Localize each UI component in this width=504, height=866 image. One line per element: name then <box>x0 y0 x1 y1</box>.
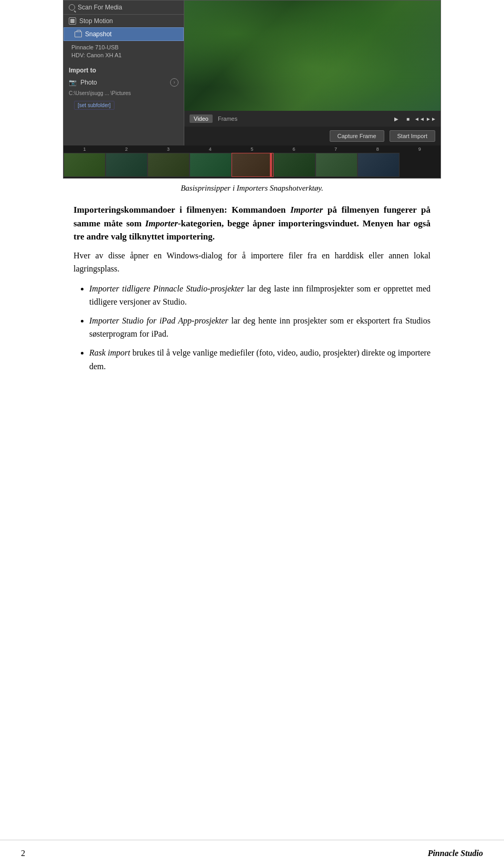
bullet-2-italic: Importer Studio for iPad App-prosjekter <box>89 316 228 325</box>
start-import-button[interactable]: Start Import <box>390 130 435 142</box>
screenshot-ui: Scan For Media Stop Motion Snapshot Pinn… <box>63 0 441 179</box>
fast-forward-button[interactable]: ►► <box>427 114 435 123</box>
screenshot-caption: Basisprinsipper i Importers Snapshotverk… <box>63 184 441 193</box>
frame-thumb-1[interactable] <box>64 153 106 177</box>
bullet-item-3: Rask import brukes til å velge vanlige m… <box>89 346 430 373</box>
footer-page-number: 2 <box>21 849 25 858</box>
device-label-2: HDV: Canon XH A1 <box>71 52 122 58</box>
filmstrip: 1 2 3 4 5 6 7 8 9 <box>64 145 440 179</box>
snapshot-item[interactable]: Snapshot <box>64 27 184 41</box>
page-footer: 2 Pinnacle Studio <box>0 840 504 866</box>
main-heading: Importeringskommandoer i filmenyen: Komm… <box>74 203 430 244</box>
bullet-1-italic: Importer tidligere Pinnacle Studio-prosj… <box>89 284 244 293</box>
frame-num-5: 5 <box>231 147 273 152</box>
bullet-list: Importer tidligere Pinnacle Studio-prosj… <box>89 282 430 373</box>
snapshot-icon <box>75 32 82 37</box>
frame-thumb-8[interactable] <box>358 153 400 177</box>
frame-thumb-3[interactable] <box>148 153 190 177</box>
frame-num-1: 1 <box>64 147 106 152</box>
filmstrip-numbers: 1 2 3 4 5 6 7 8 9 <box>64 147 440 152</box>
import-to-label: Import to <box>64 62 184 76</box>
arrow-right-icon: › <box>170 78 178 87</box>
bullet-item-1: Importer tidligere Pinnacle Studio-prosj… <box>89 282 430 309</box>
frame-num-6: 6 <box>273 147 315 152</box>
bullet-3-italic: Rask import <box>89 348 130 357</box>
rewind-button[interactable]: ◄◄ <box>415 114 424 123</box>
capture-frame-button[interactable]: Capture Frame <box>330 130 384 142</box>
play-button[interactable]: ▶ <box>392 114 401 123</box>
play-controls: ▶ ■ ◄◄ ►► <box>392 114 435 123</box>
frame-num-4: 4 <box>189 147 231 152</box>
stop-motion-item[interactable]: Stop Motion <box>64 15 184 27</box>
frame-thumb-7[interactable] <box>316 153 358 177</box>
frame-thumb-6[interactable] <box>274 153 316 177</box>
video-preview-panel <box>184 1 440 111</box>
scan-for-media-item[interactable]: Scan For Media <box>64 1 184 15</box>
stop-button[interactable]: ■ <box>404 114 412 123</box>
tab-video[interactable]: Video <box>190 114 213 123</box>
buttons-row: Capture Frame Start Import <box>184 127 440 145</box>
subfolder-label[interactable]: [set subfolder] <box>74 101 114 110</box>
bullet-item-2: Importer Studio for iPad App-prosjekter … <box>89 314 430 341</box>
frame-num-8: 8 <box>356 147 398 152</box>
frame-thumb-4[interactable] <box>190 153 232 177</box>
frame-num-7: 7 <box>315 147 357 152</box>
device-item-1: Pinnacle 710-USB HDV: Canon XH A1 <box>64 41 184 62</box>
paragraph-2: Hver av disse åpner en Windows-dialog fo… <box>74 249 430 276</box>
path-text: C:\Users\jsugg ... \Pictures <box>64 89 184 98</box>
controls-bar: Video Frames ▶ ■ ◄◄ ►► <box>184 111 440 127</box>
frame-num-2: 2 <box>106 147 148 152</box>
frame-num-3: 3 <box>148 147 190 152</box>
filmstrip-thumbs <box>64 153 440 177</box>
tab-frames[interactable]: Frames <box>218 116 237 122</box>
frame-thumb-5[interactable] <box>232 153 274 177</box>
main-content: Importeringskommandoer i filmenyen: Komm… <box>63 203 441 421</box>
caption-text: Basisprinsipper i Importers Snapshotverk… <box>181 184 323 192</box>
stop-motion-label: Stop Motion <box>79 17 113 25</box>
photo-row[interactable]: 📷 Photo › <box>64 76 184 89</box>
snapshot-label: Snapshot <box>85 30 112 38</box>
frame-thumb-2[interactable] <box>106 153 148 177</box>
frame-num-9: 9 <box>398 147 440 152</box>
search-icon <box>69 4 75 11</box>
photo-label: 📷 Photo <box>69 79 97 86</box>
device-label-1: Pinnacle 710-USB <box>71 44 119 50</box>
video-preview <box>184 1 440 111</box>
bullet-3-rest: brukes til å velge vanlige mediefiler (f… <box>89 348 430 371</box>
stop-motion-icon <box>69 17 76 25</box>
scan-for-media-label: Scan For Media <box>78 4 122 11</box>
footer-brand: Pinnacle Studio <box>428 849 483 858</box>
